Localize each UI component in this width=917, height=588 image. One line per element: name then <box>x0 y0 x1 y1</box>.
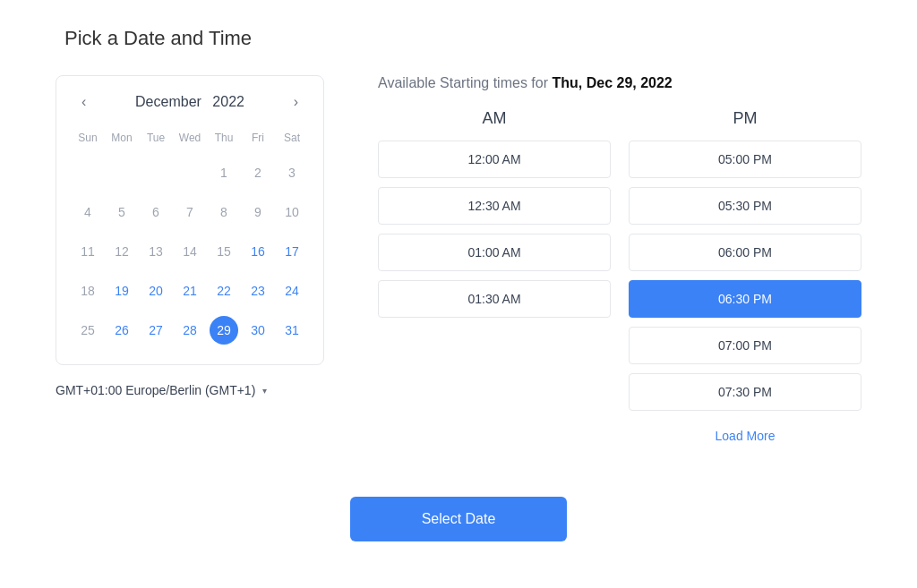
time-section: Available Starting times for Thu, Dec 29… <box>378 75 861 452</box>
weekday-header: Wed <box>173 128 207 153</box>
weekday-header: Sat <box>275 128 309 153</box>
pm-time-slot[interactable]: 07:30 PM <box>629 373 861 411</box>
calendar-day[interactable]: 26 <box>105 311 139 350</box>
calendar-day[interactable]: 21 <box>173 271 207 311</box>
pm-column: PM 05:00 PM05:30 PM06:00 PM06:30 PM07:00… <box>629 109 861 452</box>
calendar-day[interactable]: 23 <box>241 271 275 311</box>
calendar-day[interactable]: 15 <box>207 232 241 271</box>
calendar-month-year: December 2022 <box>135 94 244 110</box>
calendar-day[interactable]: 2 <box>241 153 275 192</box>
time-columns: AM 12:00 AM12:30 AM01:00 AM01:30 AM PM 0… <box>378 109 861 452</box>
pm-time-slot[interactable]: 05:00 PM <box>629 141 861 178</box>
calendar-container: ‹ December 2022 › SunMonTueWedThuFriSat … <box>56 75 324 365</box>
prev-month-button[interactable]: ‹ <box>74 90 93 114</box>
calendar-day[interactable]: 27 <box>139 311 173 350</box>
calendar-day[interactable]: 18 <box>71 271 105 311</box>
next-month-button[interactable]: › <box>287 90 305 114</box>
calendar-day[interactable]: 10 <box>275 192 309 232</box>
calendar-day[interactable]: 4 <box>71 192 105 232</box>
calendar-day[interactable]: 11 <box>71 232 105 271</box>
calendar-day[interactable]: 14 <box>173 232 207 271</box>
calendar-day[interactable]: 29 <box>207 311 241 350</box>
calendar-day[interactable]: 22 <box>207 271 241 311</box>
pm-column-header: PM <box>629 109 861 128</box>
calendar-header: ‹ December 2022 › <box>71 90 309 114</box>
pm-time-slot[interactable]: 07:00 PM <box>629 327 861 364</box>
calendar-day[interactable]: 30 <box>241 311 275 350</box>
timezone-label: GMT+01:00 Europe/Berlin (GMT+1) <box>56 383 255 397</box>
weekday-header: Sun <box>71 128 105 153</box>
pm-time-slot[interactable]: 06:00 PM <box>629 234 861 271</box>
empty-day <box>71 153 105 192</box>
time-header-date: Thu, Dec 29, 2022 <box>552 75 672 90</box>
pm-time-slot[interactable]: 05:30 PM <box>629 187 861 225</box>
calendar-section: ‹ December 2022 › SunMonTueWedThuFriSat … <box>56 75 324 397</box>
empty-day <box>173 153 207 192</box>
calendar-day[interactable]: 25 <box>71 311 105 350</box>
chevron-down-icon: ▾ <box>262 386 267 396</box>
page-title: Pick a Date and Time <box>56 27 861 50</box>
weekday-header: Tue <box>139 128 173 153</box>
pm-time-slot[interactable]: 06:30 PM <box>629 280 861 318</box>
time-section-header: Available Starting times for Thu, Dec 29… <box>378 75 861 91</box>
weekday-header: Thu <box>207 128 241 153</box>
calendar-day[interactable]: 28 <box>173 311 207 350</box>
calendar-month: December <box>135 94 201 109</box>
weekday-header: Fri <box>241 128 275 153</box>
timezone-selector[interactable]: GMT+01:00 Europe/Berlin (GMT+1) ▾ <box>56 383 324 397</box>
am-time-slot[interactable]: 01:30 AM <box>378 280 611 318</box>
calendar-year: 2022 <box>212 94 244 109</box>
calendar-day[interactable]: 24 <box>275 271 309 311</box>
calendar-day[interactable]: 6 <box>139 192 173 232</box>
calendar-day[interactable]: 13 <box>139 232 173 271</box>
calendar-day[interactable]: 3 <box>275 153 309 192</box>
am-time-slot[interactable]: 01:00 AM <box>378 234 611 271</box>
calendar-day[interactable]: 7 <box>173 192 207 232</box>
calendar-day[interactable]: 8 <box>207 192 241 232</box>
am-column-header: AM <box>378 109 611 128</box>
calendar-day[interactable]: 12 <box>105 232 139 271</box>
calendar-day[interactable]: 17 <box>275 232 309 271</box>
select-date-button[interactable]: Select Date <box>350 497 568 541</box>
empty-day <box>139 153 173 192</box>
calendar-day[interactable]: 9 <box>241 192 275 232</box>
calendar-day[interactable]: 20 <box>139 271 173 311</box>
calendar-grid: SunMonTueWedThuFriSat 123456789101112131… <box>71 128 309 350</box>
empty-day <box>105 153 139 192</box>
am-column: AM 12:00 AM12:30 AM01:00 AM01:30 AM <box>378 109 611 452</box>
am-time-slot[interactable]: 12:00 AM <box>378 141 611 178</box>
calendar-day[interactable]: 19 <box>105 271 139 311</box>
calendar-day[interactable]: 16 <box>241 232 275 271</box>
calendar-day[interactable]: 5 <box>105 192 139 232</box>
load-more-button[interactable]: Load More <box>629 420 861 452</box>
calendar-day[interactable]: 31 <box>275 311 309 350</box>
time-header-prefix: Available Starting times for <box>378 75 552 90</box>
calendar-day[interactable]: 1 <box>207 153 241 192</box>
weekday-header: Mon <box>105 128 139 153</box>
am-time-slot[interactable]: 12:30 AM <box>378 187 611 225</box>
